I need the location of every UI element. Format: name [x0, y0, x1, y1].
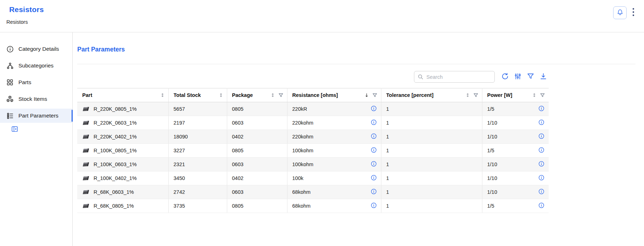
main-panel: Part Parameters PartTotal StockPackageRe… [73, 32, 644, 246]
sort-toggle-icon[interactable] [219, 93, 223, 98]
resistance-cell-value: 100kohm [292, 148, 371, 153]
info-button[interactable] [371, 175, 377, 182]
filter-button[interactable] [525, 72, 536, 82]
info-circle-icon [371, 119, 377, 126]
package-cell-value: 0805 [232, 203, 243, 209]
overflow-menu-button[interactable] [631, 6, 635, 19]
page-header: Resistors Resistors [0, 0, 644, 32]
power-cell-value: 1/10 [487, 189, 539, 195]
sort-desc-icon[interactable] [364, 93, 369, 98]
info-button[interactable] [538, 133, 544, 140]
table-row[interactable]: R_220K_0402_1%180900402220kohm11/10 [77, 130, 549, 144]
column-filter-icon[interactable] [473, 93, 478, 98]
part-cell[interactable]: R_100K_0402_1% [77, 171, 168, 185]
kebab-menu-icon [632, 7, 634, 18]
hierarchy-icon [6, 62, 14, 70]
table-row[interactable]: R_220K_0603_1%21970603220kohm11/10 [77, 116, 549, 130]
column-header-total-stock[interactable]: Total Stock [168, 88, 227, 102]
column-filter-icon[interactable] [540, 93, 545, 98]
collapse-sidebar-button[interactable] [11, 125, 18, 134]
column-header-resistance-ohms[interactable]: Resistance [ohms] [287, 88, 381, 102]
column-options-button[interactable] [513, 72, 523, 82]
info-circle-icon [538, 188, 544, 196]
download-button[interactable] [538, 72, 549, 82]
info-button[interactable] [371, 188, 377, 196]
info-circle-icon [538, 105, 544, 113]
column-header-package[interactable]: Package [227, 88, 287, 102]
total-stock-cell-value: 2321 [174, 162, 185, 167]
table-row[interactable]: R_100K_0402_1%34500402100k11/10 [77, 171, 549, 185]
sidebar-item-category-details[interactable]: Category Details [0, 42, 72, 56]
column-filter-icon[interactable] [278, 93, 284, 98]
part-thumbnail-icon [82, 121, 90, 125]
column-header-part[interactable]: Part [77, 88, 168, 102]
sort-toggle-icon[interactable] [270, 93, 275, 98]
table-row[interactable]: R_100K_0805_1%32270805100kohm11/5 [77, 144, 549, 158]
tolerance-cell-value: 1 [386, 162, 389, 167]
table-row[interactable]: R_220K_0805_1%56570805220kR11/5 [77, 102, 549, 116]
info-button[interactable] [538, 119, 544, 126]
sidebar-item-label: Part Parameters [18, 113, 58, 119]
column-label: Total Stock [174, 92, 215, 98]
info-button[interactable] [371, 147, 377, 154]
resistance-cell: 100kohm [287, 144, 381, 158]
search-input[interactable] [414, 71, 495, 83]
power-cell: 1/10 [482, 171, 549, 185]
sidebar-item-label: Stock Items [18, 96, 47, 102]
notifications-button[interactable] [613, 6, 627, 19]
info-button[interactable] [371, 119, 377, 126]
info-button[interactable] [538, 175, 544, 182]
info-button[interactable] [538, 105, 544, 113]
info-button[interactable] [538, 161, 544, 168]
info-circle-icon [538, 119, 544, 126]
info-button[interactable] [371, 202, 377, 209]
info-button[interactable] [538, 188, 544, 196]
column-header-power-w[interactable]: Power [W] [482, 88, 549, 102]
breadcrumb[interactable]: Resistors [6, 19, 44, 25]
total-stock-cell: 3735 [168, 199, 227, 213]
sidebar: Category Details Subcategories Parts Sto… [0, 32, 73, 246]
tolerance-cell-value: 1 [386, 189, 389, 195]
info-circle-icon [371, 133, 377, 140]
info-button[interactable] [371, 105, 377, 113]
sort-toggle-icon[interactable] [532, 93, 537, 98]
info-circle-icon [371, 188, 377, 196]
table-row[interactable]: R_100K_0603_1%23210603100kohm11/10 [77, 158, 549, 171]
info-button[interactable] [371, 133, 377, 140]
resistance-cell-value: 220kohm [292, 120, 371, 126]
sort-toggle-icon[interactable] [465, 93, 470, 98]
part-cell[interactable]: R_100K_0603_1% [77, 158, 168, 171]
package-cell-value: 0603 [232, 189, 243, 195]
total-stock-cell-value: 2197 [174, 120, 185, 126]
resistance-cell: 68kohm [287, 199, 381, 213]
part-thumbnail-icon [82, 204, 90, 208]
resistance-cell: 100k [287, 171, 381, 185]
info-button[interactable] [538, 147, 544, 154]
part-cell[interactable]: R_220K_0402_1% [77, 130, 168, 144]
power-cell: 1/5 [482, 144, 549, 158]
sidebar-item-part-parameters[interactable]: Part Parameters [0, 109, 72, 123]
part-cell[interactable]: R_220K_0805_1% [77, 102, 168, 116]
table-container: PartTotal StockPackageResistance [ohms]T… [77, 71, 549, 213]
part-cell[interactable]: R_100K_0805_1% [77, 144, 168, 158]
sort-toggle-icon[interactable] [160, 93, 165, 98]
power-cell: 1/5 [482, 199, 549, 213]
resistance-cell-value: 100k [292, 175, 371, 181]
part-cell[interactable]: R_68K_0805_1% [77, 199, 168, 213]
part-cell[interactable]: R_220K_0603_1% [77, 116, 168, 130]
info-button[interactable] [538, 202, 544, 209]
column-filter-icon[interactable] [372, 93, 377, 98]
column-header-tolerance-percent[interactable]: Tolerance [percent] [381, 88, 482, 102]
table-row[interactable]: R_68K_0805_1%3735080568kohm11/5 [77, 199, 549, 213]
resistance-cell: 220kohm [287, 130, 381, 144]
sidebar-item-subcategories[interactable]: Subcategories [0, 59, 72, 73]
sidebar-item-parts[interactable]: Parts [0, 75, 72, 89]
sidebar-item-stock-items[interactable]: Stock Items [0, 92, 72, 106]
power-cell: 1/10 [482, 116, 549, 130]
info-button[interactable] [371, 161, 377, 168]
table-row[interactable]: R_68K_0603_1%2742060368kohm11/10 [77, 185, 549, 199]
part-cell[interactable]: R_68K_0603_1% [77, 185, 168, 199]
package-cell: 0805 [227, 144, 287, 158]
package-cell-value: 0603 [232, 162, 243, 167]
refresh-button[interactable] [500, 72, 510, 82]
